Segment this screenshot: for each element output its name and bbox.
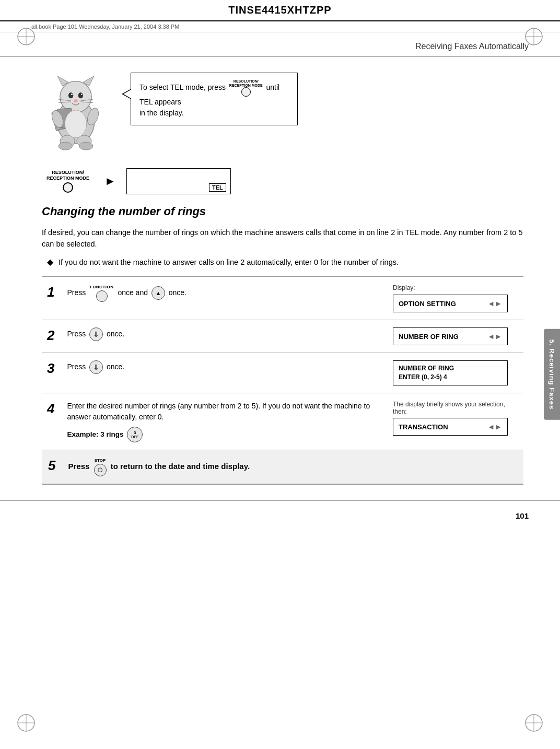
svg-point-20 xyxy=(74,99,78,102)
step-number-4: 4 xyxy=(42,393,62,450)
resolution-button-inline: RESOLUTION/RECEPTION MODE xyxy=(229,79,263,97)
svg-point-18 xyxy=(71,93,73,95)
display-screen-4: TRANSACTION ◄► xyxy=(393,418,508,436)
table-row: 1 Press FUNCTION once and ▲ once. Displa… xyxy=(42,277,523,320)
display-screen-2: NUMBER OF RING ◄► xyxy=(393,327,508,345)
table-row: 5 Press STOP ◯ to return to the date and… xyxy=(42,450,523,485)
resolution-row: RESOLUTION/RECEPTION MODE ► TEL xyxy=(42,168,523,194)
section-title: Changing the number of rings xyxy=(42,205,523,218)
step-number-3: 3 xyxy=(42,353,62,393)
display-brief-text: The display briefly shows your selection… xyxy=(393,401,518,415)
page-header: TINSE4415XHTZPP xyxy=(0,0,560,21)
section-header: Receiving Faxes Automatically xyxy=(0,32,560,57)
svg-point-6 xyxy=(18,715,34,731)
resolution-circle xyxy=(63,182,73,193)
bullet-text: If you do not want the machine to answer… xyxy=(59,256,399,268)
bullet-item: ◆ If you do not want the machine to answ… xyxy=(47,256,523,268)
file-info: all.book Page 101 Wednesday, January 21,… xyxy=(0,21,560,32)
table-row: 4 Enter the desired number of rings (any… xyxy=(42,393,523,450)
svg-point-19 xyxy=(81,93,83,95)
corner-bl xyxy=(16,712,37,733)
function-button: FUNCTION xyxy=(90,284,113,302)
table-row: 2 Press ⇓ once. NUMBER OF RING ◄► xyxy=(42,320,523,353)
illustration-area: To select TEL mode, press RESOLUTION/REC… xyxy=(42,67,523,153)
display-screen-1: OPTION SETTING ◄► xyxy=(393,295,508,312)
step-instruction-2: Press ⇓ once. xyxy=(62,320,388,353)
step-instruction-3: Press ⇓ once. xyxy=(62,353,388,393)
step-number-1: 1 xyxy=(42,277,62,320)
step-number-5: 5 xyxy=(42,450,62,485)
speech-bubble: To select TEL mode, press RESOLUTION/REC… xyxy=(131,73,298,125)
speech-line3: in the display. xyxy=(139,109,184,117)
sidebar-tab: 5. Receiving Faxes xyxy=(544,329,560,420)
svg-point-13 xyxy=(60,81,91,112)
step-number-2: 2 xyxy=(42,320,62,353)
bullet-diamond-icon: ◆ xyxy=(47,257,53,267)
step-display-3: NUMBER OF RINGENTER (0, 2-5) 4 xyxy=(388,353,523,393)
svg-point-17 xyxy=(78,92,83,98)
num3-button: 3 DEF xyxy=(127,427,143,442)
step-instruction-1: Press FUNCTION once and ▲ once. xyxy=(62,277,388,320)
resolution-mode-button: RESOLUTION/RECEPTION MODE xyxy=(42,170,94,193)
body-text: If desired, you can change the number of… xyxy=(42,227,523,250)
mascot-image xyxy=(42,67,115,153)
svg-point-16 xyxy=(68,92,73,98)
step-display-2: NUMBER OF RING ◄► xyxy=(388,320,523,353)
stop-button: STOP ◯ xyxy=(94,458,107,476)
nav-button: ▲ xyxy=(151,286,165,300)
svg-point-32 xyxy=(59,142,72,150)
example-text: Example: 3 rings 3 DEF xyxy=(67,427,382,442)
step-instruction-4: Enter the desired number of rings (any n… xyxy=(62,393,388,450)
step-display-1: Display: OPTION SETTING ◄► xyxy=(388,277,523,320)
step-display-4: The display briefly shows your selection… xyxy=(388,393,523,450)
table-row: 3 Press ⇓ once. NUMBER OF RINGENTER (0, … xyxy=(42,353,523,393)
tel-label: TEL xyxy=(209,183,226,192)
display-label-1: Display: xyxy=(393,284,518,291)
svg-point-33 xyxy=(79,142,93,150)
header-title: TINSE4415XHTZPP xyxy=(228,4,331,16)
svg-point-34 xyxy=(65,110,86,138)
corner-br xyxy=(523,712,544,733)
speech-line1: To select TEL mode, press xyxy=(139,83,226,91)
step-instruction-5: Press STOP ◯ to return to the date and t… xyxy=(62,450,523,485)
arrow-right-icon: ► xyxy=(104,175,116,187)
display-screen-3: NUMBER OF RINGENTER (0, 2-5) 4 xyxy=(393,360,508,385)
display-box-tel: TEL xyxy=(126,168,231,194)
steps-table: 1 Press FUNCTION once and ▲ once. Displa… xyxy=(42,276,523,485)
svg-point-9 xyxy=(526,715,542,731)
down-button-3: ⇓ xyxy=(89,360,103,374)
main-content: To select TEL mode, press RESOLUTION/REC… xyxy=(0,67,560,485)
down-button-2: ⇓ xyxy=(89,327,103,341)
page-number: 101 xyxy=(0,500,560,531)
